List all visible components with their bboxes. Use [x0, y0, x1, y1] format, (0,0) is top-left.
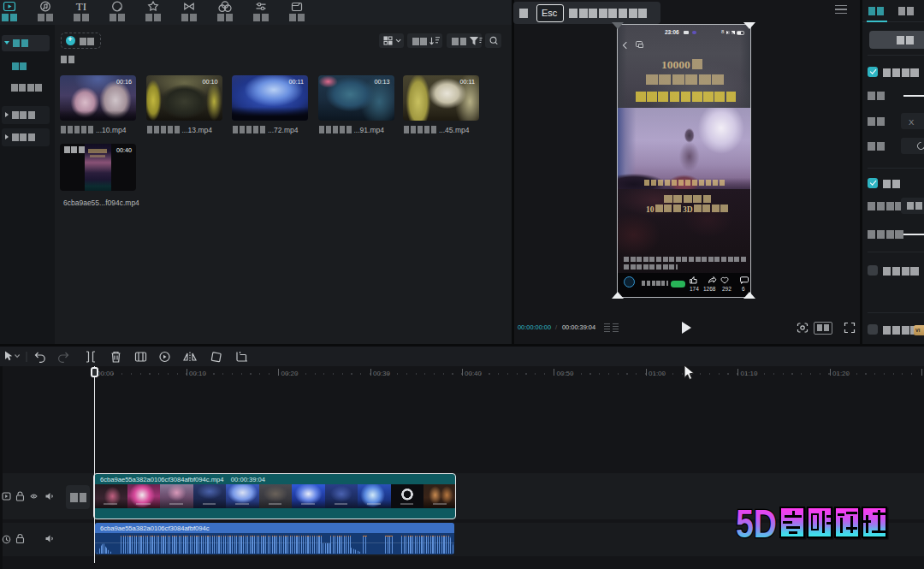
svg-text:TI: TI: [76, 0, 86, 13]
svg-text:5D: 5D: [736, 501, 777, 546]
